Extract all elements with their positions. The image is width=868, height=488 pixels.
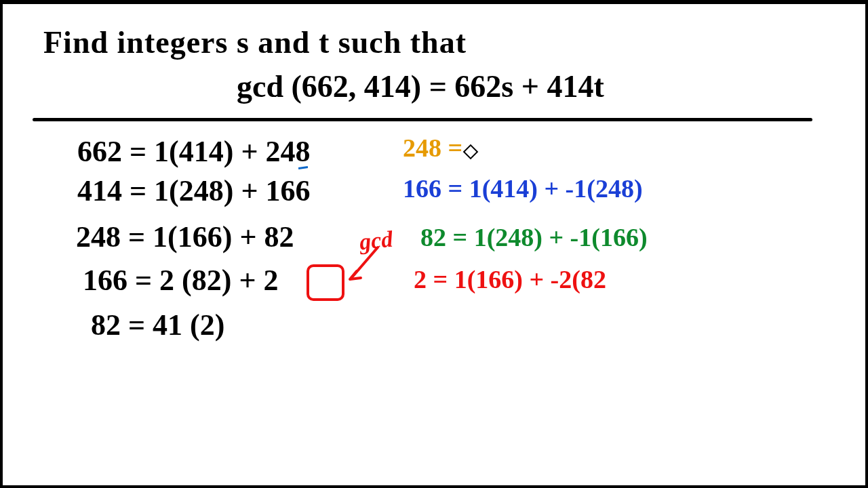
small-mark [298, 166, 308, 169]
pen-cursor-icon [463, 144, 479, 160]
back-sub-2: 2 = 1(166) + -2(82 [414, 264, 606, 294]
euclid-step-5: 82 = 41 (2) [91, 308, 224, 342]
problem-statement-line2: gcd (662, 414) = 662s + 414t [237, 68, 604, 104]
euclid-step-3: 248 = 1(166) + 82 [76, 220, 294, 254]
euclid-step-4: 166 = 2 (82) + 2 [83, 263, 278, 298]
back-sub-82: 82 = 1(248) + -1(166) [420, 222, 648, 252]
euclid-step-1: 662 = 1(414) + 248 [77, 134, 310, 169]
back-sub-166: 166 = 1(414) + -1(248) [403, 174, 643, 203]
whiteboard: Find integers s and t such that gcd (662… [0, 0, 868, 488]
euclid-step-2: 414 = 1(248) + 166 [77, 174, 310, 208]
divider-rule [33, 118, 812, 121]
problem-statement-line1: Find integers s and t such that [43, 24, 467, 60]
gcd-result-box [307, 264, 344, 301]
gcd-label: gcd [358, 226, 394, 256]
back-sub-248: 248 = [403, 133, 462, 163]
